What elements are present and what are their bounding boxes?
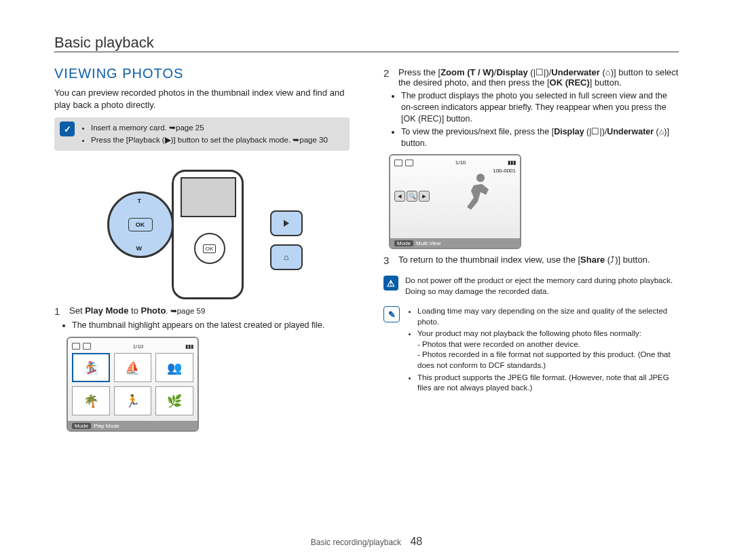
page-title: Basic playback	[54, 34, 679, 52]
note-body: Loading time may vary depending on the s…	[407, 306, 679, 394]
bullet: The product displays the photo you selec…	[401, 90, 679, 125]
thumbnail: 🌴	[72, 386, 110, 415]
step-3: 3 To return to the thumbnail index view,…	[383, 255, 679, 266]
page: Basic playback VIEWING PHOTOS You can pr…	[0, 0, 733, 560]
zoom-t-label: T	[138, 198, 142, 204]
tip-box: ✓ Insert a memory card. ➥page 25 Press t…	[54, 117, 350, 151]
column-left: VIEWING PHOTOS You can preview recorded …	[54, 62, 350, 437]
camera-body: OK	[172, 170, 244, 299]
thumbnail: 👥	[155, 353, 193, 382]
mode-chip: Mode	[72, 423, 91, 429]
underwater-button-callout: ⌂	[270, 244, 303, 270]
lcd-bottombar: Mode Play Mode	[68, 421, 198, 430]
title-rule	[54, 52, 679, 52]
battery-icon: ▮▮▮	[508, 160, 516, 166]
lcd-topbar: 1/10 ▮▮▮	[72, 342, 193, 350]
step-text: To return to the thumbnail index view, u…	[398, 255, 679, 266]
step-2: 2 Press the [Zoom (T / W)/Display (|☐|)/…	[383, 67, 679, 88]
step-number: 3	[383, 255, 393, 266]
sd-card-icon	[72, 343, 80, 350]
step-1-bullets: The thumbnail highlight appears on the l…	[64, 320, 350, 331]
camera-control-ring: OK	[194, 233, 225, 264]
lcd-fullscreen-view: 1/10 ▮▮▮ 100-0001 ◄ 🔍 ► Mode Multi View	[389, 154, 521, 249]
bottom-label: Play Mode	[94, 423, 119, 429]
zoom-icon: 🔍	[407, 191, 417, 202]
lcd-topbar: 1/10 ▮▮▮	[394, 160, 516, 166]
step-number: 1	[54, 305, 64, 317]
footer-section: Basic recording/playback	[311, 538, 401, 547]
checkmark-icon: ✓	[60, 122, 75, 136]
step-number: 2	[383, 67, 393, 88]
battery-icon: ▮▮▮	[185, 343, 193, 350]
sd-card-icon	[394, 160, 402, 166]
lcd-bottombar: Mode Multi View	[390, 238, 520, 248]
ok-button-label: OK	[128, 218, 153, 231]
tip-item: Insert a memory card. ➥page 25	[91, 123, 328, 134]
note-item: Your product may not playback the follow…	[417, 329, 679, 371]
skater-silhouette-icon	[460, 170, 501, 218]
column-right: 2 Press the [Zoom (T / W)/Display (|☐|)/…	[383, 62, 679, 437]
photo-mode-icon	[405, 160, 413, 166]
camera-illustration: T OK W OK ⌂	[87, 163, 318, 299]
play-icon	[284, 220, 289, 227]
camera-screen-icon	[181, 177, 236, 217]
playback-button-callout	[270, 210, 303, 236]
note-item: Loading time may vary depending on the s…	[417, 306, 679, 327]
bullet: The thumbnail highlight appears on the l…	[72, 320, 350, 331]
note-icon: ✎	[383, 306, 400, 322]
note-item: This product supports the JPEG file form…	[417, 373, 679, 394]
zoom-w-label: W	[136, 245, 143, 252]
mode-chip: Mode	[394, 240, 413, 246]
tip-item: Press the [Playback (▶)] button to set t…	[91, 135, 328, 146]
underwater-icon: ⌂	[284, 253, 288, 262]
next-icon: ►	[419, 191, 430, 202]
prev-icon: ◄	[394, 191, 405, 202]
thumbnail-grid: 🏂 ⛵ 👥 🌴 🏃 🌿	[72, 353, 193, 415]
page-number: 48	[410, 536, 422, 547]
control-pad-zoom: T OK W	[107, 191, 174, 258]
thumbnail: ⛵	[114, 353, 152, 382]
thumbnail-selected: 🏂	[72, 353, 110, 382]
step-2-bullets: The product displays the photo you selec…	[393, 90, 679, 149]
section-heading: VIEWING PHOTOS	[54, 66, 350, 81]
bullet: To view the previous/next file, press th…	[401, 126, 679, 149]
two-column-layout: VIEWING PHOTOS You can preview recorded …	[54, 62, 679, 437]
caution-text: Do not power off the product or eject th…	[405, 276, 679, 297]
lcd-indicator-icons	[72, 343, 91, 350]
photo-mode-icon	[83, 343, 91, 350]
caution-icon: ⚠	[383, 276, 398, 291]
note-box: ✎ Loading time may vary depending on the…	[383, 306, 679, 394]
lcd-thumbnail-view: 1/10 ▮▮▮ 🏂 ⛵ 👥 🌴 🏃 🌿 Mode Play Mode	[67, 337, 199, 432]
step-text: Set Play Mode to Photo. ➥page 59	[69, 305, 350, 317]
lcd-indicator-icons	[394, 160, 413, 166]
tip-list: Insert a memory card. ➥page 25 Press the…	[80, 122, 328, 147]
page-footer: Basic recording/playback 48	[0, 536, 733, 548]
caution-box: ⚠ Do not power off the product or eject …	[383, 276, 679, 297]
thumbnail: 🏃	[114, 386, 152, 415]
intro-text: You can preview recorded photos in the t…	[54, 87, 350, 111]
counter: 1/10	[455, 160, 466, 166]
step-text: Press the [Zoom (T / W)/Display (|☐|)/Un…	[398, 67, 679, 88]
thumbnail: 🌿	[155, 386, 193, 415]
prev-next-controls: ◄ 🔍 ►	[394, 191, 430, 202]
step-1: 1 Set Play Mode to Photo. ➥page 59	[54, 305, 350, 317]
bottom-label: Multi View	[416, 240, 440, 246]
counter: 1/10	[133, 343, 144, 350]
